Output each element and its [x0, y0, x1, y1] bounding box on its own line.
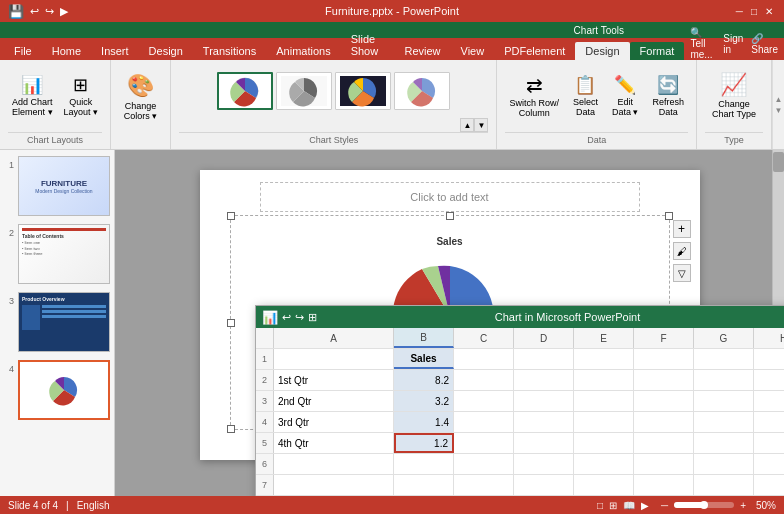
ss-undo-icon[interactable]: ↩	[282, 311, 291, 324]
maximize-button[interactable]: □	[748, 6, 760, 17]
cell-c4[interactable]	[454, 412, 514, 432]
switch-row-col-button[interactable]: ⇄ Switch Row/Column	[505, 71, 563, 121]
sign-in-button[interactable]: Sign in	[723, 33, 743, 55]
tab-slideshow[interactable]: Slide Show	[341, 30, 395, 60]
cell-g4[interactable]	[694, 412, 754, 432]
cell-e5[interactable]	[574, 433, 634, 453]
scrollbar-thumb[interactable]	[773, 152, 784, 172]
refresh-data-button[interactable]: 🔄 RefreshData	[648, 72, 688, 120]
slide-thumb-2[interactable]: 2 Table of Contents • Item one• Item two…	[4, 224, 110, 284]
cell-b3[interactable]: 3.2	[394, 391, 454, 411]
ss-grid-icon[interactable]: ⊞	[308, 311, 317, 324]
cell-d4[interactable]	[514, 412, 574, 432]
slide-thumb-3[interactable]: 3 Product Overview	[4, 292, 110, 352]
cell-a2[interactable]: 1st Qtr	[274, 370, 394, 390]
cell-h2[interactable]	[754, 370, 784, 390]
col-header-b[interactable]: B	[394, 328, 454, 348]
cell-f1[interactable]	[634, 349, 694, 369]
cell-f6[interactable]	[634, 454, 694, 474]
zoom-thumb[interactable]	[700, 501, 708, 509]
cell-e1[interactable]	[574, 349, 634, 369]
cell-b5[interactable]: 1.2	[394, 433, 454, 453]
chart-filter-btn[interactable]: ▽	[673, 264, 691, 282]
tab-animations[interactable]: Animations	[266, 42, 340, 60]
cell-h1[interactable]	[754, 349, 784, 369]
cell-f3[interactable]	[634, 391, 694, 411]
cell-h3[interactable]	[754, 391, 784, 411]
handle-bl[interactable]	[227, 425, 235, 433]
ribbon-scroll-up[interactable]: ▲	[775, 95, 783, 104]
cell-c7[interactable]	[454, 475, 514, 495]
cell-h5[interactable]	[754, 433, 784, 453]
change-colors-button[interactable]: 🎨 ChangeColors ▾	[120, 71, 162, 123]
share-button[interactable]: 🔗 Share	[751, 33, 778, 55]
view-slide-sorter-icon[interactable]: ⊞	[609, 500, 617, 511]
col-header-g[interactable]: G	[694, 328, 754, 348]
tab-view[interactable]: View	[451, 42, 495, 60]
cell-g1[interactable]	[694, 349, 754, 369]
cell-a6[interactable]	[274, 454, 394, 474]
cell-g2[interactable]	[694, 370, 754, 390]
change-chart-type-button[interactable]: 📈 ChangeChart Type	[708, 70, 760, 122]
cell-a7[interactable]	[274, 475, 394, 495]
quick-layout-button[interactable]: ⊞ QuickLayout ▾	[60, 72, 103, 120]
cell-b2[interactable]: 8.2	[394, 370, 454, 390]
cell-h7[interactable]	[754, 475, 784, 495]
cell-d1[interactable]	[514, 349, 574, 369]
add-chart-element-button[interactable]: 📊 Add ChartElement ▾	[8, 72, 57, 120]
cell-a4[interactable]: 3rd Qtr	[274, 412, 394, 432]
redo-icon[interactable]: ↪	[45, 5, 54, 18]
cell-b7[interactable]	[394, 475, 454, 495]
cell-h4[interactable]	[754, 412, 784, 432]
cell-c5[interactable]	[454, 433, 514, 453]
slide-thumb-1[interactable]: 1 FURNITURE Modern Design Collection	[4, 156, 110, 216]
handle-tr[interactable]	[665, 212, 673, 220]
tab-home[interactable]: Home	[42, 42, 91, 60]
cell-a3[interactable]: 2nd Qtr	[274, 391, 394, 411]
chart-style-btn[interactable]: 🖌	[673, 242, 691, 260]
cell-e3[interactable]	[574, 391, 634, 411]
view-reading-icon[interactable]: 📖	[623, 500, 635, 511]
cell-d6[interactable]	[514, 454, 574, 474]
cell-a1[interactable]	[274, 349, 394, 369]
tab-transitions[interactable]: Transitions	[193, 42, 266, 60]
minimize-button[interactable]: ─	[733, 6, 746, 17]
col-header-f[interactable]: F	[634, 328, 694, 348]
select-data-button[interactable]: 📋 SelectData	[569, 72, 602, 120]
slide-thumb-4[interactable]: 4	[4, 360, 110, 420]
ribbon-scrollbar[interactable]: ▲ ▼	[772, 60, 784, 149]
cell-e6[interactable]	[574, 454, 634, 474]
chart-style-4[interactable]	[394, 72, 450, 110]
cell-e7[interactable]	[574, 475, 634, 495]
cell-c6[interactable]	[454, 454, 514, 474]
tab-review[interactable]: Review	[394, 42, 450, 60]
cell-f2[interactable]	[634, 370, 694, 390]
tab-design-chart[interactable]: Design	[575, 42, 629, 60]
cell-a5[interactable]: 4th Qtr	[274, 433, 394, 453]
tab-design[interactable]: Design	[139, 42, 193, 60]
zoom-plus[interactable]: +	[740, 500, 746, 511]
slide-title-placeholder[interactable]: Click to add text	[260, 182, 640, 212]
tab-file[interactable]: File	[4, 42, 42, 60]
cell-g6[interactable]	[694, 454, 754, 474]
present-icon[interactable]: ▶	[60, 5, 68, 18]
cell-d7[interactable]	[514, 475, 574, 495]
col-header-a[interactable]: A	[274, 328, 394, 348]
view-normal-icon[interactable]: □	[597, 500, 603, 511]
cell-d5[interactable]	[514, 433, 574, 453]
cell-b6[interactable]	[394, 454, 454, 474]
close-button[interactable]: ✕	[762, 6, 776, 17]
col-header-d[interactable]: D	[514, 328, 574, 348]
tab-format[interactable]: Format	[630, 42, 685, 60]
cell-c3[interactable]	[454, 391, 514, 411]
cell-f7[interactable]	[634, 475, 694, 495]
cell-g5[interactable]	[694, 433, 754, 453]
handle-tl[interactable]	[227, 212, 235, 220]
handle-ml[interactable]	[227, 319, 235, 327]
undo-icon[interactable]: ↩	[30, 5, 39, 18]
col-header-h[interactable]: H	[754, 328, 784, 348]
cell-g7[interactable]	[694, 475, 754, 495]
tab-pdfelement[interactable]: PDFelement	[494, 42, 575, 60]
cell-e4[interactable]	[574, 412, 634, 432]
col-header-e[interactable]: E	[574, 328, 634, 348]
